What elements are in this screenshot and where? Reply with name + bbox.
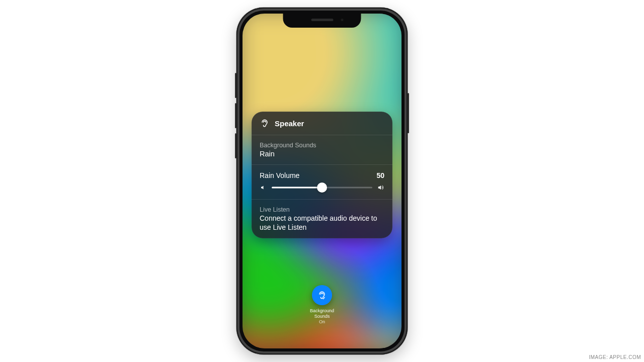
cc-tile-status: On — [302, 319, 342, 324]
volume-section: Rain Volume 50 — [252, 165, 392, 199]
cc-tile-background-sounds[interactable]: Background Sounds On — [302, 285, 342, 324]
live-listen-label: Live Listen — [260, 206, 384, 213]
panel-title: Speaker — [275, 119, 304, 128]
background-sounds-label: Background Sounds — [260, 142, 384, 149]
phone-frame: Speaker Background Sounds Rain Rain Volu… — [236, 8, 408, 354]
background-sounds-button[interactable] — [312, 285, 332, 305]
ear-icon — [317, 290, 327, 300]
volume-slider-row — [260, 183, 384, 193]
volume-slider[interactable] — [272, 183, 372, 193]
background-sounds-value: Rain — [260, 150, 384, 158]
phone-notch — [283, 14, 361, 28]
panel-header[interactable]: Speaker — [252, 112, 392, 135]
hearing-panel: Speaker Background Sounds Rain Rain Volu… — [252, 112, 392, 238]
background-sounds-row[interactable]: Background Sounds Rain — [252, 135, 392, 164]
stage: Speaker Background Sounds Rain Rain Volu… — [0, 0, 644, 362]
ear-icon — [260, 118, 270, 128]
image-credit: IMAGE: APPLE.COM — [589, 354, 641, 360]
slider-thumb[interactable] — [317, 183, 327, 193]
volume-high-icon — [377, 184, 384, 191]
cc-tile-label: Background Sounds — [302, 308, 342, 319]
live-listen-row[interactable]: Live Listen Connect a compatible audio d… — [252, 200, 392, 238]
volume-row: Rain Volume 50 — [260, 171, 384, 179]
volume-value: 50 — [376, 171, 384, 179]
slider-fill — [272, 187, 322, 189]
volume-label: Rain Volume — [260, 171, 299, 179]
cc-tile-label-line1: Background — [310, 308, 334, 313]
phone-screen: Speaker Background Sounds Rain Rain Volu… — [243, 14, 401, 348]
live-listen-message: Connect a compatible audio device to use… — [260, 214, 384, 232]
cc-tile-label-line2: Sounds — [314, 314, 330, 319]
volume-low-icon — [260, 184, 267, 191]
